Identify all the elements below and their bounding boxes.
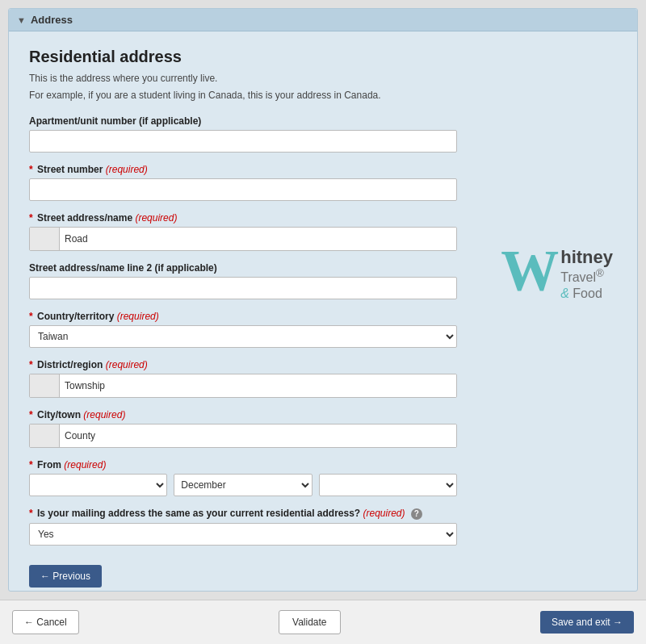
- watermark-w-letter: W: [501, 241, 559, 299]
- country-field-group: * Country/territory (required) Taiwan: [29, 311, 617, 348]
- mailing-field-group: * Is your mailing address the same as yo…: [29, 508, 617, 546]
- address-panel: ▼ Address W hitney Travel® & Food: [8, 8, 638, 592]
- city-combo: [29, 424, 457, 448]
- watermark-line3: & Food: [560, 286, 613, 301]
- validate-button[interactable]: Validate: [279, 610, 340, 634]
- watermark-line2: Travel®: [560, 267, 613, 286]
- watermark-line1: hitney: [560, 248, 613, 267]
- watermark: W hitney Travel® & Food: [501, 241, 613, 301]
- mailing-help-icon[interactable]: ?: [411, 508, 422, 520]
- panel-header: ▼ Address: [9, 9, 637, 31]
- mailing-select[interactable]: Yes No: [29, 523, 457, 546]
- previous-button[interactable]: ← Previous: [29, 565, 102, 588]
- apt-label: Apartment/unit number (if applicable): [29, 115, 617, 127]
- street-number-field-group: * Street number (required): [29, 164, 617, 201]
- apt-input[interactable]: [29, 130, 457, 153]
- apt-field-group: Apartment/unit number (if applicable): [29, 115, 617, 153]
- section-title: Residential address: [29, 48, 617, 66]
- city-pre: [30, 424, 60, 447]
- from-label: * From (required): [29, 459, 617, 470]
- from-month-select[interactable]: January February March April May June Ju…: [174, 474, 312, 496]
- street-number-label: * Street number (required): [29, 164, 617, 175]
- city-field-group: * City/town (required): [29, 409, 617, 448]
- cancel-button[interactable]: ← Cancel: [12, 610, 79, 634]
- from-field-group: * From (required) January February March…: [29, 459, 617, 496]
- street-address-input[interactable]: [60, 228, 456, 250]
- district-combo: [29, 374, 457, 398]
- panel-body: W hitney Travel® & Food Residential addr…: [9, 31, 637, 591]
- from-day-select[interactable]: [29, 474, 167, 496]
- district-label: * District/region (required): [29, 359, 617, 370]
- street-number-input[interactable]: [29, 178, 457, 201]
- section-desc2: For example, if you are a student living…: [29, 88, 617, 102]
- district-field-group: * District/region (required): [29, 359, 617, 398]
- street-address-pre: [30, 228, 60, 250]
- watermark-text-block: hitney Travel® & Food: [559, 241, 613, 301]
- panel-title: Address: [31, 14, 73, 26]
- panel-footer: ← Previous: [29, 557, 617, 588]
- page-wrapper: ▼ Address W hitney Travel® & Food: [0, 0, 646, 644]
- city-label: * City/town (required): [29, 409, 617, 420]
- collapse-icon[interactable]: ▼: [17, 15, 26, 25]
- district-pre: [30, 374, 60, 397]
- main-content: ▼ Address W hitney Travel® & Food: [0, 0, 646, 600]
- street-address-label: * Street address/name (required): [29, 212, 617, 224]
- city-input[interactable]: [60, 424, 456, 447]
- district-input[interactable]: [60, 374, 456, 397]
- country-select[interactable]: Taiwan: [29, 325, 457, 348]
- from-row: January February March April May June Ju…: [29, 474, 457, 496]
- bottom-bar: ← Cancel Validate Save and exit →: [0, 600, 646, 644]
- country-label: * Country/territory (required): [29, 311, 617, 322]
- from-year-select[interactable]: [319, 474, 457, 496]
- watermark-logo: W hitney Travel® & Food: [501, 241, 613, 301]
- street-address2-input[interactable]: [29, 277, 457, 299]
- save-exit-button[interactable]: Save and exit →: [540, 611, 634, 634]
- section-desc1: This is the address where you currently …: [29, 71, 617, 86]
- street-address-combo: [29, 227, 457, 251]
- mailing-label: * Is your mailing address the same as yo…: [29, 508, 617, 520]
